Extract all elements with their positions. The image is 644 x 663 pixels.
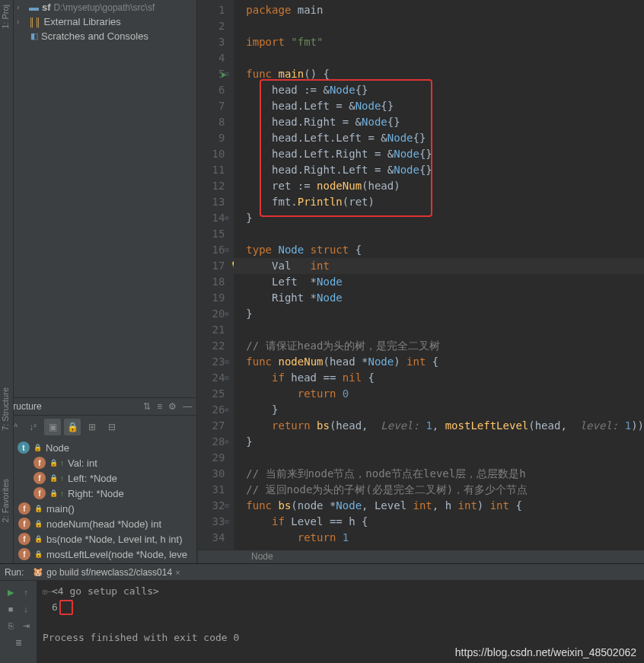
run-tab[interactable]: 🐹 go build sf/newclass2/class014 ×	[28, 567, 184, 578]
tool-window-strip: 1: Proj 7: Structure 2: Favorites	[0, 0, 14, 563]
structure-item[interactable]: ⌄t🔒Node	[5, 440, 192, 455]
structure-item[interactable]: f🔒↑Val: int	[5, 455, 192, 470]
root-name: sf	[42, 2, 51, 13]
close-icon[interactable]: ×	[175, 568, 180, 577]
chevron-right-icon: ›	[17, 18, 26, 26]
output-value: 6	[43, 600, 638, 615]
expand-button[interactable]: ⊞	[84, 419, 100, 435]
structure-toolbar: ↓ᴬ ↓ᶻ ▣ 🔒 ⊞ ⊟	[0, 416, 196, 438]
structure-item[interactable]: f🔒nodeNum(head *Node) int	[5, 516, 192, 531]
stop-button[interactable]: ■	[4, 602, 18, 616]
tab-project[interactable]: 1: Proj	[0, 2, 11, 32]
root-path: D:\mysetup\gopath\src\sf	[54, 2, 155, 13]
folder-icon: ▬	[29, 2, 39, 13]
structure-item[interactable]: f🔒mostLeftLevel(node *Node, leve	[5, 547, 192, 562]
layout-button[interactable]: ≣	[11, 636, 25, 649]
rerun-button[interactable]: ▶	[4, 585, 18, 599]
structure-item[interactable]: f🔒↑Left: *Node	[5, 470, 192, 486]
up-button[interactable]: ↑	[19, 585, 33, 599]
project-root[interactable]: › ▬ sf D:\mysetup\gopath\src\sf	[14, 0, 196, 14]
tab-structure[interactable]: 7: Structure	[0, 384, 11, 434]
project-tree[interactable]: › ▬ sf D:\mysetup\gopath\src\sf › ║║ Ext…	[0, 0, 196, 397]
collapse-button[interactable]: ⊟	[104, 419, 120, 435]
exit-message: Process finished with exit code 0	[43, 630, 638, 645]
code-editor[interactable]: 12345▶67891011121314151617💡1819202122232…	[197, 0, 644, 563]
structure-item[interactable]: f🔒bs(node *Node, Level int, h int)	[5, 531, 192, 547]
wrap-button[interactable]: ⇥	[19, 619, 33, 633]
filter-fields-button[interactable]: ▣	[44, 419, 61, 435]
tab-favorites[interactable]: 2: Favorites	[0, 476, 11, 525]
structure-tree[interactable]: ⌄t🔒Nodef🔒↑Val: intf🔒↑Left: *Nodef🔒↑Right…	[0, 438, 196, 563]
down-button[interactable]: ↓	[19, 602, 33, 616]
go-icon: 🐹	[33, 567, 43, 577]
gear-icon[interactable]: ⚙	[168, 401, 177, 412]
watermark: https://blog.csdn.net/weixin_48502062	[455, 646, 636, 658]
chevron-right-icon: ›	[17, 3, 26, 11]
breadcrumb[interactable]: Node	[198, 550, 644, 563]
run-label: Run:	[5, 567, 24, 578]
gutter[interactable]: 12345▶67891011121314151617💡1819202122232…	[197, 0, 234, 563]
structure-item[interactable]: f🔒main()	[5, 501, 192, 516]
minimize-icon[interactable]: —	[183, 401, 192, 412]
structure-panel: Structure ⇅ ≡ ⚙ — ↓ᴬ ↓ᶻ ▣ 🔒 ⊞ ⊟ ⌄t🔒Nodef…	[0, 397, 196, 563]
filter-lock-button[interactable]: 🔒	[64, 419, 81, 435]
sort-icon[interactable]: ≡	[157, 401, 162, 412]
libraries-icon: ║║	[29, 18, 41, 27]
external-libraries[interactable]: › ║║ External Libraries	[14, 14, 196, 29]
scratches[interactable]: ◧ Scratches and Consoles	[14, 29, 196, 43]
dump-button[interactable]: ⎘	[4, 619, 18, 633]
scratches-icon: ◧	[30, 31, 38, 41]
structure-item[interactable]: f🔒↑Right: *Node	[5, 486, 192, 501]
code-area[interactable]: package mainimport "fmt"⊟func main() { h…	[234, 0, 644, 563]
run-controls: ▶↑ ■↓ ⎘⇥ ≣	[0, 581, 37, 663]
sort-alpha-icon[interactable]: ⇅	[143, 401, 151, 412]
sort-desc-button[interactable]: ↓ᶻ	[24, 419, 41, 435]
